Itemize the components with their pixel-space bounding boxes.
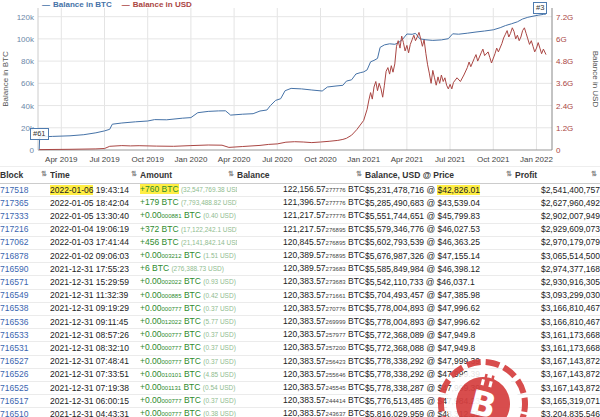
table-row: 7165332021-12-31 08:57:26+0.00000777 BTC… [0, 329, 600, 342]
amount-cell: +0.00000885 BTC (0.42 USD) [140, 289, 237, 302]
amount-btc: +0.00000777 BTC [140, 342, 201, 352]
sort-arrows-icon[interactable]: ⇅ [228, 170, 234, 178]
sort-arrows-icon[interactable]: ⇅ [591, 170, 597, 178]
chart-annotation-end[interactable]: #3 [533, 2, 547, 14]
y-left-tick-label: 40k [21, 102, 35, 111]
column-header-bal[interactable]: Balance⇅ [237, 167, 365, 184]
block-link[interactable]: 717333 [0, 211, 28, 221]
legend-item[interactable]: —Balance in BTC [42, 0, 112, 9]
x-axis-tick-label: Jan 2020 [174, 155, 207, 164]
block-cell: 716571 [0, 276, 50, 289]
time-cell: 2021-12-31 08:57:26 [50, 329, 140, 342]
price-value: $47,996.62 [437, 317, 480, 327]
block-link[interactable]: 716531 [0, 343, 28, 353]
balance-usd-price-cell: $5,551,744,651 @ $45,799.83 [365, 210, 515, 223]
sort-arrows-icon[interactable]: ⇅ [131, 170, 137, 178]
table-row: 7165712021-12-31 15:29:59+0.00002022 BTC… [0, 276, 600, 289]
balance-usd-price-cell: $5,676,987,326 @ $47,155.14 [365, 250, 515, 263]
table-row: 7165382021-12-31 09:19:29+0.00000777 BTC… [0, 302, 600, 315]
table-row: 7172162022-01-04 19:06:19+372 BTC (17,12… [0, 223, 600, 236]
profit-cell: $3,166,810,467 [515, 302, 600, 315]
balance-usd-price-cell: $5,579,346,776 @ $46,027.53 [365, 223, 515, 236]
tx-time: 17:41:44 [96, 237, 129, 247]
chart-annotation-start[interactable]: #61 [30, 128, 49, 140]
price-value: $47,949.8 [437, 343, 475, 353]
amount-usd: (0.37 USD) [203, 331, 236, 338]
sort-arrows-icon[interactable]: ⇅ [41, 170, 47, 178]
amount-cell: +0.00001131 BTC (0.54 USD) [140, 382, 237, 395]
y-right-tick-label: 0 [556, 146, 561, 155]
balance-cell: 120,389.57273683 BTC [237, 263, 365, 276]
tx-date: 2021-12-31 [50, 290, 93, 300]
block-cell: 716549 [0, 289, 50, 302]
x-axis-tick-label: Oct 2020 [304, 155, 337, 164]
balance-usd-price-cell: $5,778,338,292 @ $47,999.39 [365, 355, 515, 368]
block-link[interactable]: 716571 [0, 277, 28, 287]
tx-time: 08:57:26 [96, 330, 129, 340]
price-value: $46,037.1 [437, 277, 475, 287]
balance-chart[interactable]: Apr 2019Jul 2019Oct 2019Jan 2020Apr 2020… [0, 0, 600, 166]
y-left-axis-title: Balance in BTC [1, 51, 10, 107]
price-value: $47,949.8 [437, 330, 475, 340]
block-link[interactable]: 716878 [0, 251, 28, 261]
amount-cell: +0.00010101 BTC (4.85 USD) [140, 368, 237, 381]
block-link[interactable]: 716527 [0, 356, 28, 366]
block-cell: 716536 [0, 316, 50, 329]
amount-cell: +0.00000777 BTC (0.38 USD) [140, 408, 237, 417]
column-header-usd[interactable]: Balance, USD @ Price⇅ [365, 167, 515, 184]
block-link[interactable]: 717365 [0, 198, 28, 208]
profit-cell: $2,974,377,168 [515, 263, 600, 276]
x-axis-tick-label: Jul 2020 [262, 155, 293, 164]
tx-date: 2021-12-31 [50, 317, 93, 327]
column-header-block[interactable]: Block⇅ [0, 167, 50, 184]
table-row: 7173652022-01-05 18:42:04+179 BTC (7,793… [0, 197, 600, 210]
block-link[interactable]: 717062 [0, 237, 28, 247]
column-header-profit[interactable]: Profit⇅ [515, 167, 600, 184]
amount-cell: +6 BTC (276,388.73 USD) [140, 263, 237, 276]
sort-arrows-icon[interactable]: ⇅ [506, 170, 512, 178]
x-axis-tick-label: Apr 2021 [391, 155, 424, 164]
price-value: $48,312.55 [437, 409, 480, 417]
time-cell: 2021-12-31 09:11:45 [50, 316, 140, 329]
column-header-label: Profit [515, 170, 537, 180]
block-link[interactable]: 716590 [0, 264, 28, 274]
tx-time: 13:30:40 [96, 211, 129, 221]
block-link[interactable]: 717518 [0, 185, 28, 195]
amount-cell: +0.00012022 BTC (5.77 USD) [140, 316, 237, 329]
amount-cell: +0.00003212 BTC (1.51 USD) [140, 250, 237, 263]
chart-legend: —Balance in BTC—Balance in USD [42, 0, 192, 9]
column-header-time[interactable]: Time⇅ [50, 167, 140, 184]
column-header-label: Block [0, 170, 23, 180]
balance-cell: 120,383.57256423 BTC [237, 355, 365, 368]
profit-cell: $2,902,007,949 [515, 210, 600, 223]
amount-btc: +0.00000777 BTC [140, 395, 201, 405]
time-cell: 2021-12-31 04:43:31 [50, 408, 140, 417]
block-link[interactable]: 716533 [0, 330, 28, 340]
block-link[interactable]: 716526 [0, 369, 28, 379]
block-link[interactable]: 716538 [0, 303, 28, 313]
tx-time: 08:32:10 [96, 343, 129, 353]
tx-time: 07:33:51 [96, 369, 129, 379]
block-link[interactable]: 716536 [0, 317, 28, 327]
tx-date: 2022-01-04 [50, 224, 93, 234]
block-cell: 717365 [0, 197, 50, 210]
amount-cell: +0.00000777 BTC (0.37 USD) [140, 355, 237, 368]
block-link[interactable]: 716549 [0, 290, 28, 300]
block-link[interactable]: 716517 [0, 396, 28, 406]
chart-plot[interactable]: Apr 2019Jul 2019Oct 2019Jan 2020Apr 2020… [0, 0, 600, 166]
block-link[interactable]: 716510 [0, 409, 28, 417]
sort-arrows-icon[interactable]: ⇅ [356, 170, 362, 178]
tx-date: 2022-01-05 [50, 198, 93, 208]
tx-time: 17:55:23 [96, 264, 129, 274]
time-cell: 2022-01-06 19:43:14 [50, 184, 140, 197]
column-header-amt[interactable]: Amount⇅ [140, 167, 237, 184]
balance-cell: 120,383.57257200 BTC [237, 342, 365, 355]
time-cell: 2021-12-31 17:55:23 [50, 263, 140, 276]
block-link[interactable]: 717216 [0, 224, 28, 234]
profit-cell: $3,161,173,668 [515, 342, 600, 355]
legend-item[interactable]: —Balance in USD [122, 0, 192, 9]
amount-usd: (0.54 USD) [203, 384, 236, 391]
balance-cell: 120,383.57244414 BTC [237, 395, 365, 408]
block-link[interactable]: 716525 [0, 383, 28, 393]
tx-date: 2022-01-05 [50, 211, 93, 221]
